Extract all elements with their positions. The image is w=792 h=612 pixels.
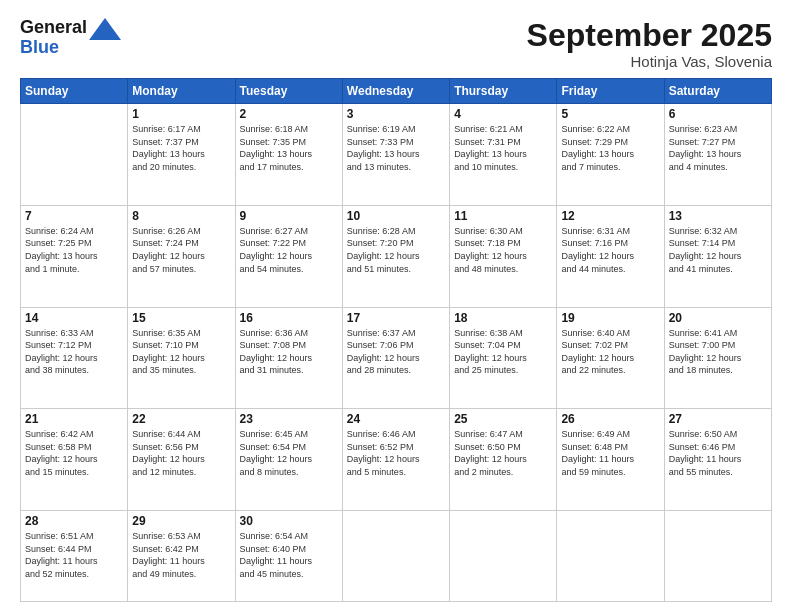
col-monday: Monday (128, 79, 235, 104)
col-wednesday: Wednesday (342, 79, 449, 104)
calendar-header-row: Sunday Monday Tuesday Wednesday Thursday… (21, 79, 772, 104)
table-row: 6Sunrise: 6:23 AMSunset: 7:27 PMDaylight… (664, 104, 771, 206)
table-row: 9Sunrise: 6:27 AMSunset: 7:22 PMDaylight… (235, 205, 342, 307)
col-friday: Friday (557, 79, 664, 104)
calendar-table: Sunday Monday Tuesday Wednesday Thursday… (20, 78, 772, 602)
day-info: Sunrise: 6:26 AMSunset: 7:24 PMDaylight:… (132, 225, 230, 275)
table-row (664, 510, 771, 601)
table-row: 29Sunrise: 6:53 AMSunset: 6:42 PMDayligh… (128, 510, 235, 601)
table-row: 15Sunrise: 6:35 AMSunset: 7:10 PMDayligh… (128, 307, 235, 409)
header: General Blue September 2025 Hotinja Vas,… (20, 18, 772, 70)
month-title: September 2025 (527, 18, 772, 53)
table-row (557, 510, 664, 601)
col-saturday: Saturday (664, 79, 771, 104)
day-info: Sunrise: 6:53 AMSunset: 6:42 PMDaylight:… (132, 530, 230, 580)
day-number: 3 (347, 107, 445, 121)
day-number: 28 (25, 514, 123, 528)
title-block: September 2025 Hotinja Vas, Slovenia (527, 18, 772, 70)
day-number: 26 (561, 412, 659, 426)
day-number: 14 (25, 311, 123, 325)
day-info: Sunrise: 6:31 AMSunset: 7:16 PMDaylight:… (561, 225, 659, 275)
calendar-page: General Blue September 2025 Hotinja Vas,… (0, 0, 792, 612)
day-info: Sunrise: 6:36 AMSunset: 7:08 PMDaylight:… (240, 327, 338, 377)
location: Hotinja Vas, Slovenia (527, 53, 772, 70)
table-row: 10Sunrise: 6:28 AMSunset: 7:20 PMDayligh… (342, 205, 449, 307)
table-row: 12Sunrise: 6:31 AMSunset: 7:16 PMDayligh… (557, 205, 664, 307)
day-number: 1 (132, 107, 230, 121)
day-number: 21 (25, 412, 123, 426)
day-info: Sunrise: 6:49 AMSunset: 6:48 PMDaylight:… (561, 428, 659, 478)
logo-icon (89, 18, 121, 40)
table-row: 30Sunrise: 6:54 AMSunset: 6:40 PMDayligh… (235, 510, 342, 601)
logo-general: General (20, 17, 87, 37)
day-number: 12 (561, 209, 659, 223)
day-number: 27 (669, 412, 767, 426)
day-number: 13 (669, 209, 767, 223)
logo-text: General Blue (20, 18, 87, 58)
day-info: Sunrise: 6:21 AMSunset: 7:31 PMDaylight:… (454, 123, 552, 173)
table-row (21, 104, 128, 206)
day-info: Sunrise: 6:32 AMSunset: 7:14 PMDaylight:… (669, 225, 767, 275)
table-row: 23Sunrise: 6:45 AMSunset: 6:54 PMDayligh… (235, 409, 342, 511)
col-tuesday: Tuesday (235, 79, 342, 104)
day-number: 4 (454, 107, 552, 121)
day-number: 5 (561, 107, 659, 121)
day-number: 30 (240, 514, 338, 528)
day-number: 22 (132, 412, 230, 426)
table-row: 25Sunrise: 6:47 AMSunset: 6:50 PMDayligh… (450, 409, 557, 511)
day-number: 10 (347, 209, 445, 223)
day-info: Sunrise: 6:41 AMSunset: 7:00 PMDaylight:… (669, 327, 767, 377)
day-info: Sunrise: 6:23 AMSunset: 7:27 PMDaylight:… (669, 123, 767, 173)
day-number: 11 (454, 209, 552, 223)
logo: General Blue (20, 18, 121, 58)
table-row: 27Sunrise: 6:50 AMSunset: 6:46 PMDayligh… (664, 409, 771, 511)
day-info: Sunrise: 6:18 AMSunset: 7:35 PMDaylight:… (240, 123, 338, 173)
day-number: 19 (561, 311, 659, 325)
day-info: Sunrise: 6:35 AMSunset: 7:10 PMDaylight:… (132, 327, 230, 377)
day-number: 23 (240, 412, 338, 426)
table-row: 14Sunrise: 6:33 AMSunset: 7:12 PMDayligh… (21, 307, 128, 409)
day-number: 17 (347, 311, 445, 325)
day-info: Sunrise: 6:28 AMSunset: 7:20 PMDaylight:… (347, 225, 445, 275)
table-row: 13Sunrise: 6:32 AMSunset: 7:14 PMDayligh… (664, 205, 771, 307)
table-row: 24Sunrise: 6:46 AMSunset: 6:52 PMDayligh… (342, 409, 449, 511)
day-info: Sunrise: 6:42 AMSunset: 6:58 PMDaylight:… (25, 428, 123, 478)
table-row: 5Sunrise: 6:22 AMSunset: 7:29 PMDaylight… (557, 104, 664, 206)
table-row: 2Sunrise: 6:18 AMSunset: 7:35 PMDaylight… (235, 104, 342, 206)
day-info: Sunrise: 6:54 AMSunset: 6:40 PMDaylight:… (240, 530, 338, 580)
table-row: 11Sunrise: 6:30 AMSunset: 7:18 PMDayligh… (450, 205, 557, 307)
day-info: Sunrise: 6:51 AMSunset: 6:44 PMDaylight:… (25, 530, 123, 580)
day-number: 16 (240, 311, 338, 325)
day-info: Sunrise: 6:38 AMSunset: 7:04 PMDaylight:… (454, 327, 552, 377)
day-info: Sunrise: 6:22 AMSunset: 7:29 PMDaylight:… (561, 123, 659, 173)
svg-marker-0 (89, 18, 121, 40)
day-number: 20 (669, 311, 767, 325)
table-row: 22Sunrise: 6:44 AMSunset: 6:56 PMDayligh… (128, 409, 235, 511)
table-row: 16Sunrise: 6:36 AMSunset: 7:08 PMDayligh… (235, 307, 342, 409)
day-info: Sunrise: 6:24 AMSunset: 7:25 PMDaylight:… (25, 225, 123, 275)
day-number: 29 (132, 514, 230, 528)
table-row: 1Sunrise: 6:17 AMSunset: 7:37 PMDaylight… (128, 104, 235, 206)
day-info: Sunrise: 6:19 AMSunset: 7:33 PMDaylight:… (347, 123, 445, 173)
day-info: Sunrise: 6:33 AMSunset: 7:12 PMDaylight:… (25, 327, 123, 377)
table-row: 18Sunrise: 6:38 AMSunset: 7:04 PMDayligh… (450, 307, 557, 409)
table-row: 21Sunrise: 6:42 AMSunset: 6:58 PMDayligh… (21, 409, 128, 511)
table-row: 4Sunrise: 6:21 AMSunset: 7:31 PMDaylight… (450, 104, 557, 206)
day-info: Sunrise: 6:44 AMSunset: 6:56 PMDaylight:… (132, 428, 230, 478)
day-info: Sunrise: 6:37 AMSunset: 7:06 PMDaylight:… (347, 327, 445, 377)
day-number: 7 (25, 209, 123, 223)
day-info: Sunrise: 6:17 AMSunset: 7:37 PMDaylight:… (132, 123, 230, 173)
col-sunday: Sunday (21, 79, 128, 104)
table-row: 28Sunrise: 6:51 AMSunset: 6:44 PMDayligh… (21, 510, 128, 601)
day-number: 9 (240, 209, 338, 223)
day-info: Sunrise: 6:27 AMSunset: 7:22 PMDaylight:… (240, 225, 338, 275)
table-row (342, 510, 449, 601)
day-number: 8 (132, 209, 230, 223)
table-row: 8Sunrise: 6:26 AMSunset: 7:24 PMDaylight… (128, 205, 235, 307)
table-row: 17Sunrise: 6:37 AMSunset: 7:06 PMDayligh… (342, 307, 449, 409)
day-info: Sunrise: 6:47 AMSunset: 6:50 PMDaylight:… (454, 428, 552, 478)
col-thursday: Thursday (450, 79, 557, 104)
table-row (450, 510, 557, 601)
day-number: 25 (454, 412, 552, 426)
table-row: 7Sunrise: 6:24 AMSunset: 7:25 PMDaylight… (21, 205, 128, 307)
